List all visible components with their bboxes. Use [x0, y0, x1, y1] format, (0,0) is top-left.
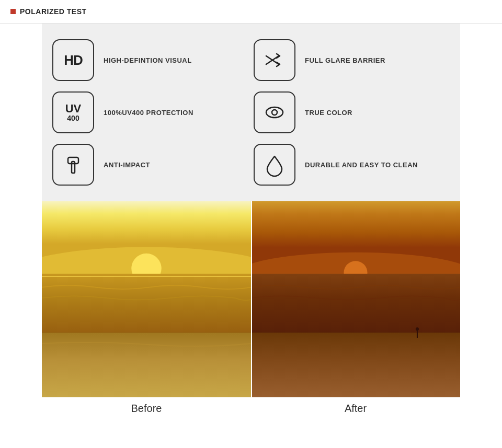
hd-label: HIGH-DEFINTION VISUAL [104, 56, 192, 64]
uv400-icon: UV 400 [65, 103, 82, 122]
feature-uv400: UV 400 100%UV400 PROTECTION [52, 91, 248, 133]
comparison-wrapper [42, 201, 460, 397]
svg-rect-9 [42, 274, 251, 333]
header-title: POLARIZED TEST [20, 7, 87, 16]
svg-rect-14 [251, 274, 460, 333]
before-label: Before [42, 397, 251, 420]
comparison-area: Before After [42, 201, 460, 420]
svg-point-3 [272, 110, 277, 115]
svg-point-2 [266, 107, 283, 118]
svg-point-17 [416, 327, 419, 330]
feature-impact: ANTI-IMPACT [52, 144, 248, 186]
durable-label: DURABLE AND EASY TO CLEAN [305, 161, 418, 169]
after-image [251, 201, 460, 397]
before-image [42, 201, 251, 397]
truecolor-icon-box [254, 91, 295, 133]
glare-icon-box [254, 39, 295, 81]
glare-label: FULL GLARE BARRIER [305, 56, 385, 64]
comparison-label-bar: Before After [42, 397, 460, 420]
svg-rect-15 [251, 333, 460, 397]
page-wrapper: POLARIZED TEST HD HIGH-DEFINTION VISUAL [0, 0, 502, 420]
uv400-label: 100%UV400 PROTECTION [104, 109, 193, 117]
svg-rect-5 [68, 157, 78, 164]
comparison-divider [251, 201, 252, 397]
section-header: POLARIZED TEST [0, 0, 502, 24]
drop-icon [262, 152, 287, 177]
impact-label: ANTI-IMPACT [104, 161, 150, 169]
durable-icon-box [254, 144, 295, 186]
features-grid: HD HIGH-DEFINTION VISUAL [52, 39, 450, 186]
hd-icon: HD [64, 52, 83, 68]
eye-icon [262, 100, 287, 125]
feature-hd: HD HIGH-DEFINTION VISUAL [52, 39, 248, 81]
header-icon [10, 9, 16, 14]
uv400-icon-box: UV 400 [52, 91, 94, 133]
shuffle-icon [262, 48, 287, 73]
impact-icon-box [52, 144, 94, 186]
after-label: After [251, 397, 460, 420]
hd-icon-box: HD [52, 39, 94, 81]
features-area: HD HIGH-DEFINTION VISUAL [42, 24, 460, 201]
feature-durable: DURABLE AND EASY TO CLEAN [254, 144, 450, 186]
hammer-icon [61, 152, 86, 177]
truecolor-label: TRUE COLOR [305, 109, 352, 117]
feature-glare: FULL GLARE BARRIER [254, 39, 450, 81]
feature-truecolor: TRUE COLOR [254, 91, 450, 133]
